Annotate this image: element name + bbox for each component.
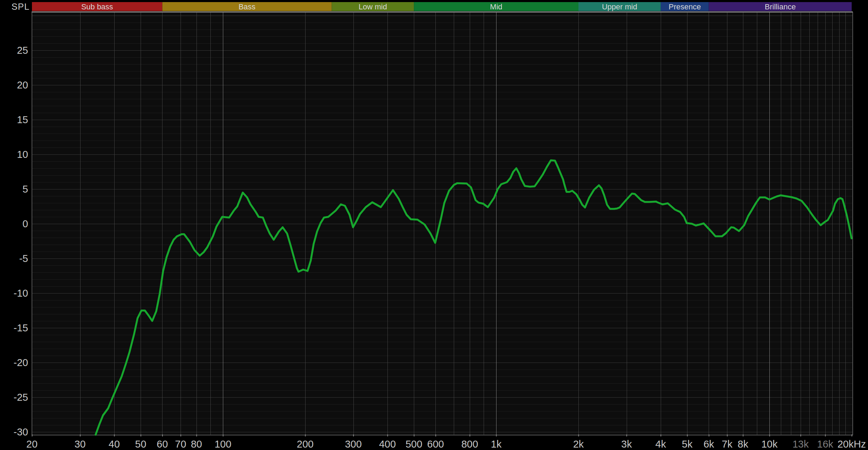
x-tick-label: 60	[157, 439, 168, 450]
x-tick-label: 50	[135, 439, 146, 450]
x-tick-label: 7k	[722, 439, 733, 450]
frequency-response-chart: Sub bassBassLow midMidUpper midPresenceB…	[0, 0, 868, 450]
band-label: Sub bass	[81, 2, 113, 11]
band-label: Presence	[669, 2, 701, 11]
x-tick-label: 30	[74, 439, 85, 450]
x-tick-label: 3k	[621, 439, 632, 450]
band-separator	[32, 11, 853, 12]
x-tick-label: 5k	[682, 439, 693, 450]
plot-background	[32, 12, 852, 435]
y-tick-label: -10	[14, 288, 28, 299]
band-label: Low mid	[359, 2, 387, 11]
x-tick-label: 600	[427, 439, 444, 450]
x-tick-label: 1k	[491, 439, 502, 450]
x-tick-label: 8k	[738, 439, 749, 450]
y-tick-label: -5	[19, 253, 28, 264]
y-tick-label: 10	[17, 149, 28, 160]
x-tick-label: 500	[406, 439, 422, 450]
x-tick-label: 13k	[792, 439, 809, 450]
y-tick-label: -30	[14, 426, 28, 438]
x-tick-label: 100	[215, 439, 231, 450]
x-tick-label: 80	[191, 439, 202, 450]
x-axis-labels: 203040506070801002003004005006008001k2k3…	[26, 434, 866, 450]
y-tick-label: 5	[23, 184, 28, 195]
band-label: Mid	[490, 2, 502, 11]
x-tick-label: 6k	[703, 439, 714, 450]
x-tick-label: 10k	[761, 439, 778, 450]
band-label: Brilliance	[765, 2, 796, 11]
spl-analyzer: SPL Sub bassBassLow midMidUpper midPrese…	[0, 0, 868, 450]
x-tick-label: 20	[26, 439, 37, 450]
y-tick-label: -25	[14, 392, 28, 403]
x-tick-label: 20kHz	[837, 439, 866, 450]
x-tick-label: 16k	[817, 439, 833, 450]
y-tick-label: -20	[14, 357, 28, 368]
y-axis-labels: 2520151050-5-10-15-20-25-30	[14, 45, 28, 438]
frequency-bands: Sub bassBassLow midMidUpper midPresenceB…	[32, 2, 853, 12]
x-tick-label: 800	[461, 439, 478, 450]
y-tick-label: 25	[17, 45, 28, 56]
y-tick-label: 0	[23, 218, 28, 229]
x-tick-label: 40	[109, 439, 120, 450]
x-tick-label: 4k	[656, 439, 666, 450]
x-tick-label: 2k	[573, 439, 584, 450]
x-tick-label: 70	[175, 439, 186, 450]
y-tick-label: 15	[17, 114, 28, 125]
y-tick-label: 20	[17, 79, 28, 91]
x-tick-label: 200	[297, 439, 314, 450]
y-tick-label: -15	[14, 322, 28, 333]
x-tick-label: 300	[345, 439, 361, 450]
band-label: Bass	[239, 2, 256, 11]
band-label: Upper mid	[602, 2, 637, 11]
spl-axis-title: SPL	[11, 1, 30, 12]
x-tick-label: 400	[379, 439, 396, 450]
